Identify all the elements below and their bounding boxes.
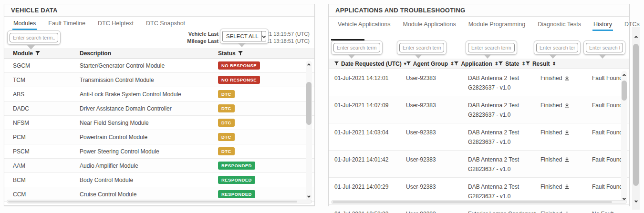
state-label: Finished [540,102,562,109]
module-search-popup [7,30,61,45]
scroll-thumb[interactable] [306,82,312,125]
history-row[interactable]: 01-Jul-2021 14:07:09 User-92383 DAB Ante… [329,96,629,123]
module-cell: ABS [13,91,80,98]
sort-icon[interactable]: ⇕ [552,61,556,66]
result-search-input[interactable] [586,43,623,52]
status-cell: DTC [218,90,314,99]
download-icon[interactable] [564,128,570,138]
download-icon[interactable] [564,74,570,83]
tab[interactable]: Diagnostic Tests [531,18,587,31]
module-row[interactable]: BCM Body Control Module RESPONDED [4,173,314,187]
module-row[interactable]: PCM Powertrain Control Module DTC [4,130,314,144]
agent-search-input[interactable] [399,43,444,52]
state-cell: Finished [540,209,592,213]
description-cell: Power Steering Control Module [80,148,218,155]
horizontal-scrollbar[interactable] [331,200,627,204]
sort-icon[interactable]: ⇕ [522,61,526,66]
tab[interactable]: DTC Helptext [92,17,140,30]
scroll-thumb[interactable] [633,44,639,186]
module-search-input[interactable] [10,33,58,42]
module-row[interactable]: PSCM Power Steering Control Module DTC [4,144,314,159]
select-button[interactable] [261,31,266,41]
download-icon[interactable] [564,183,570,192]
status-cell: NO RESPONSE [218,61,314,70]
tab[interactable]: DTCs [618,18,644,31]
status-filter-select[interactable]: SELECT ALL [222,31,266,41]
status-badge: RESPONDED [218,190,255,199]
filter-icon[interactable] [526,61,530,66]
column-header-description: Description [80,50,218,57]
application-cell: Exterior Lamps Condensation - Test G2749… [468,209,540,213]
application-name: Exterior Lamps Condensation - Test [468,209,537,213]
description-cell: Driver Assistance Domain Controller [80,105,218,112]
chevron-down-icon [262,34,266,38]
column-header[interactable]: State ⇕ [499,61,526,67]
column-header-status[interactable]: Status [218,50,314,57]
column-label: Application [461,61,492,67]
tab[interactable]: Vehicle Applications [332,18,397,31]
history-row[interactable]: 01-Jul-2021 13:58:33 User-92383 Exterior… [329,205,629,213]
scroll-up-icon[interactable] [306,61,312,68]
scroll-down-icon[interactable] [632,197,640,204]
popup-pointer [238,43,246,47]
module-row[interactable]: ABS Anti-Lock Brake System Control Modul… [4,87,314,101]
description-cell: Starter/Generator Control Module [80,62,218,69]
modules-vertical-scrollbar[interactable] [306,61,312,200]
sort-icon[interactable]: ⇕ [450,61,454,66]
column-header-module[interactable]: Module [13,50,80,57]
page-vertical-scrollbar[interactable] [632,27,640,210]
status-cell: RESPONDED [218,190,314,199]
module-row[interactable]: TCM Transmission Control Module NO RESPO… [4,73,314,87]
column-header[interactable]: Agent Group ⇕ [406,61,455,67]
hscroll-thumb[interactable] [332,201,612,203]
filter-icon[interactable] [334,61,339,66]
filter-icon[interactable] [454,61,458,66]
application-search-input[interactable] [468,43,515,52]
tab[interactable]: Modules [7,17,42,30]
hscroll-thumb[interactable] [8,201,297,203]
column-header[interactable]: Result ⇕ [526,61,556,67]
scroll-up-icon[interactable] [632,34,640,41]
history-row[interactable]: 01-Jul-2021 14:01:42 User-92383 DAB Ante… [329,151,629,178]
module-cell: AAM [13,162,80,169]
filter-icon[interactable] [406,61,411,66]
history-vertical-scrollbar[interactable] [621,71,627,203]
agent-group-cell: User-92383 [406,101,468,110]
application-version: G2823637 - v1.0 [468,83,537,92]
date-cell: 01-Jul-2021 14:12:01 [334,73,406,83]
filter-icon[interactable] [499,61,503,66]
tab[interactable]: Fault Timeline [42,17,92,30]
scroll-down-icon[interactable] [306,193,312,199]
status-badge: DTC [218,90,235,99]
horizontal-scrollbar[interactable] [7,200,312,203]
tab[interactable]: Module Applications [397,18,462,31]
download-icon[interactable] [564,210,570,213]
column-label: Description [80,50,111,57]
scroll-thumb[interactable] [622,81,627,101]
sort-icon[interactable]: ⇕ [495,61,499,66]
status-badge: DTC [218,119,235,127]
state-search-input[interactable] [536,43,578,52]
module-row[interactable]: NFSM Near Field Sensing Module DTC [4,116,314,130]
filter-icon[interactable] [35,51,40,56]
module-row[interactable]: DADC Driver Assistance Domain Controller… [4,101,314,116]
panel-title: APPLICATIONS AND TROUBLESHOOTING [329,4,629,17]
history-row[interactable]: 01-Jul-2021 14:12:01 User-92383 DAB Ante… [329,69,629,96]
column-header[interactable]: Date Requested (UTC) ▾ [334,61,406,67]
history-row[interactable]: 01-Jul-2021 14:03:04 User-92383 DAB Ante… [329,123,629,151]
panel-title: VEHICLE DATA [4,4,314,17]
scroll-up-icon[interactable] [621,72,627,79]
date-search-input[interactable] [333,43,380,52]
module-row[interactable]: SGCM Starter/Generator Control Module NO… [4,59,314,73]
tab[interactable]: History [587,18,618,31]
tab[interactable]: Module Programming [462,18,532,31]
module-row[interactable]: AAM Audio Amplifier Module RESPONDED [4,159,314,173]
download-icon[interactable] [564,101,570,111]
application-version: G2823637 - v1.0 [468,192,537,201]
tab[interactable]: DTC Snapshot [140,17,191,30]
result-search-popup [583,41,625,55]
filter-icon[interactable] [238,51,243,56]
column-header[interactable]: Application ⇕ [454,61,499,67]
status-badge: DTC [218,147,235,156]
download-icon[interactable] [564,155,570,165]
